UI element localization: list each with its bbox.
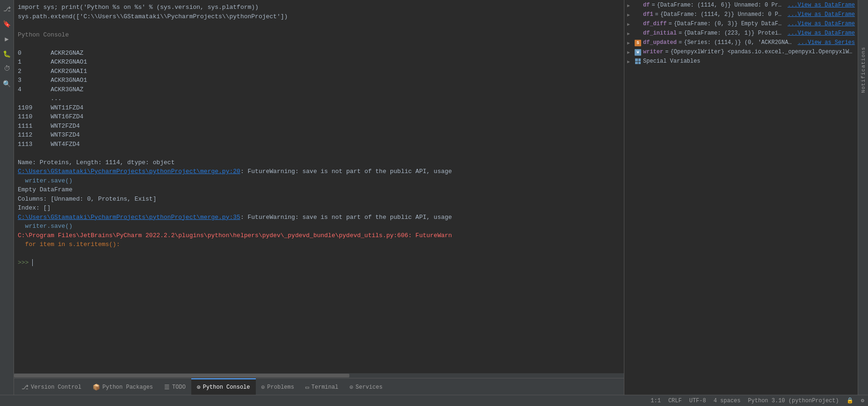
variable-row[interactable]: ▶df_diff = {DataFrame: (0, 3)} Empty Dat… [624, 20, 858, 29]
variable-name: df [643, 2, 650, 8]
console-line: import sys; print('Python %s on %s' % (s… [18, 3, 620, 12]
console-line: Columns: [Unnamed: 0, Proteins, Exist] [18, 195, 620, 204]
cursor-position[interactable]: 1:1 [651, 398, 661, 404]
view-as-link[interactable]: ...View as Series [798, 39, 855, 46]
console-line: ... [18, 94, 620, 103]
variable-value: {DataFrame: (1114, 6)} Unnamed: 0 Protei… [657, 2, 784, 8]
settings-icon[interactable]: ⚙ [861, 397, 864, 404]
variable-name: df_diff [643, 21, 666, 27]
console-line: 1113 WNT4FZD4 [18, 140, 620, 149]
special-variables-label: Special Variables [643, 58, 700, 65]
debug-icon[interactable]: 🐛 [2, 49, 12, 59]
console-horizontal-scrollbar[interactable] [14, 373, 624, 378]
interpreter[interactable]: Python 3.10 (pythonProject) [748, 398, 839, 404]
lock-icon[interactable]: 🔒 [846, 397, 854, 404]
variable-row[interactable]: ▶Sdf_updated = {Series: (1114,)} (0, 'AC… [624, 38, 858, 48]
console-line: Python Console [18, 30, 620, 40]
python-packages-tab-icon: 📦 [93, 384, 100, 391]
python-packages-tab-label: Python Packages [102, 384, 153, 391]
todo-tab-label: TODO [172, 384, 186, 391]
terminal-tab-icon: ▭ [305, 384, 309, 391]
console-line [18, 249, 620, 259]
file-link[interactable]: C:\Users\GStamataki\PycharmProjects\pyth… [18, 168, 240, 175]
services-tab[interactable]: ⊙Services [344, 378, 388, 395]
console-line: C:\Users\GStamataki\PycharmProjects\pyth… [18, 213, 620, 222]
left-sidebar: ⎇ 🔖 ▶ 🐛 ⏱ 🔍 [0, 0, 14, 395]
console-line: 1111 WNT2FZD4 [18, 122, 620, 131]
services-tab-label: Services [355, 384, 383, 391]
python-console-tab-label: Python Console [203, 384, 250, 391]
indent-setting[interactable]: 4 spaces [714, 398, 741, 404]
variables-panel: ▶df = {DataFrame: (1114, 6)} Unnamed: 0 … [624, 0, 858, 395]
console-line: 4 ACKR3GNAZ [18, 85, 620, 94]
console-line: 1 ACKR2GNAO1 [18, 58, 620, 67]
view-as-link[interactable]: ...View as DataFrame [788, 30, 855, 36]
run-icon[interactable]: ▶ [2, 34, 12, 44]
console-line: 2 ACKR2GNAI1 [18, 67, 620, 76]
variable-row[interactable]: ▶df = {DataFrame: (1114, 6)} Unnamed: 0 … [624, 1, 858, 10]
dataframe-icon [635, 21, 641, 28]
python-packages-tab[interactable]: 📦Python Packages [87, 378, 159, 395]
bottom-tab-bar: ⎇Version Control📦Python Packages☰TODO⊙Py… [14, 378, 624, 395]
console-line: 1109 WNT11FZD4 [18, 103, 620, 113]
version-control-tab-icon: ⎇ [22, 384, 29, 391]
view-as-link[interactable]: ...View as DataFrame [788, 21, 855, 27]
todo-tab[interactable]: ☰TODO [159, 378, 191, 395]
console-line: 1112 WNT3FZD4 [18, 130, 620, 140]
variable-value: {DataFrame: (223, 1)} Proteins [0 ACKR2]… [684, 30, 784, 36]
expand-icon[interactable]: ▶ [627, 31, 633, 36]
variable-eq: = [679, 39, 682, 46]
terminal-tab-label: Terminal [311, 384, 339, 391]
services-tab-icon: ⊙ [349, 384, 353, 391]
special-variables-row[interactable]: ▶Special Variables [624, 57, 858, 65]
status-bar: 1:1 CRLF UTF-8 4 spaces Python 3.10 (pyt… [0, 395, 868, 406]
console-output[interactable]: import sys; print('Python %s on %s' % (s… [14, 0, 624, 373]
python-console-tab[interactable]: ⊙Python Console [191, 378, 256, 395]
expand-icon[interactable]: ▶ [627, 3, 633, 8]
dataframe-icon [635, 2, 641, 9]
bookmark-icon[interactable]: 🔖 [2, 19, 12, 29]
variables-list[interactable]: ▶df = {DataFrame: (1114, 6)} Unnamed: 0 … [624, 0, 858, 395]
expand-icon[interactable]: ▶ [627, 50, 633, 55]
console-line: Index: [] [18, 203, 620, 213]
version-control-tab[interactable]: ⎇Version Control [16, 378, 87, 395]
variable-value: {Series: (1114,)} (0, 'ACKR2GNAZ') (1, '… [684, 39, 794, 46]
variable-row[interactable]: ▶df_initial = {DataFrame: (223, 1)} Prot… [624, 29, 858, 38]
special-vars-expand[interactable]: ▶ [627, 59, 633, 65]
version-control-tab-label: Version Control [31, 384, 81, 391]
notifications-label: Notifications [861, 47, 866, 93]
view-as-link[interactable]: ...View as DataFrame [788, 11, 855, 18]
problems-tab-label: Problems [267, 384, 294, 391]
expand-icon[interactable]: ▶ [627, 40, 633, 46]
git-icon[interactable]: ⎇ [2, 4, 12, 14]
line-ending[interactable]: CRLF [668, 398, 682, 404]
variable-eq: = [665, 49, 668, 55]
console-scrollbar-thumb[interactable] [14, 374, 349, 377]
dataframe-icon [635, 12, 641, 18]
variable-row[interactable]: ▶Wwriter = {OpenpyxlWriter} <pandas.io.e… [624, 48, 858, 57]
inspect-icon[interactable]: 🔍 [2, 79, 12, 89]
variable-value: {OpenpyxlWriter} <pandas.io.excel._openp… [670, 49, 855, 55]
console-line: C:\Users\GStamataki\PycharmProjects\pyth… [18, 167, 620, 176]
problems-tab-icon: ⊙ [261, 384, 265, 391]
variable-row[interactable]: ▶df1 = {DataFrame: (1114, 2)} Unnamed: 0… [624, 10, 858, 20]
variable-name: df1 [643, 11, 653, 18]
variable-name: writer [643, 49, 663, 55]
variable-eq: = [668, 21, 672, 27]
console-line: Name: Proteins, Length: 1114, dtype: obj… [18, 158, 620, 167]
console-line: writer.save() [18, 222, 620, 231]
console-line [18, 21, 620, 30]
expand-icon[interactable]: ▶ [627, 12, 633, 18]
variable-value: {DataFrame: (0, 3)} Empty DataFrame [Col… [674, 21, 784, 27]
expand-icon[interactable]: ▶ [627, 22, 633, 27]
console-line: C:\Program Files\JetBrains\PyCharm 2022.… [18, 231, 620, 240]
clock-icon[interactable]: ⏱ [2, 64, 12, 74]
console-line: writer.save() [18, 176, 620, 186]
file-link[interactable]: C:\Users\GStamataki\PycharmProjects\pyth… [18, 214, 240, 221]
problems-tab[interactable]: ⊙Problems [256, 378, 300, 395]
encoding[interactable]: UTF-8 [689, 398, 706, 404]
view-as-link[interactable]: ...View as DataFrame [788, 2, 855, 8]
console-line: >>> [18, 258, 620, 268]
terminal-tab[interactable]: ▭Terminal [300, 378, 344, 395]
variable-eq: = [651, 2, 655, 8]
